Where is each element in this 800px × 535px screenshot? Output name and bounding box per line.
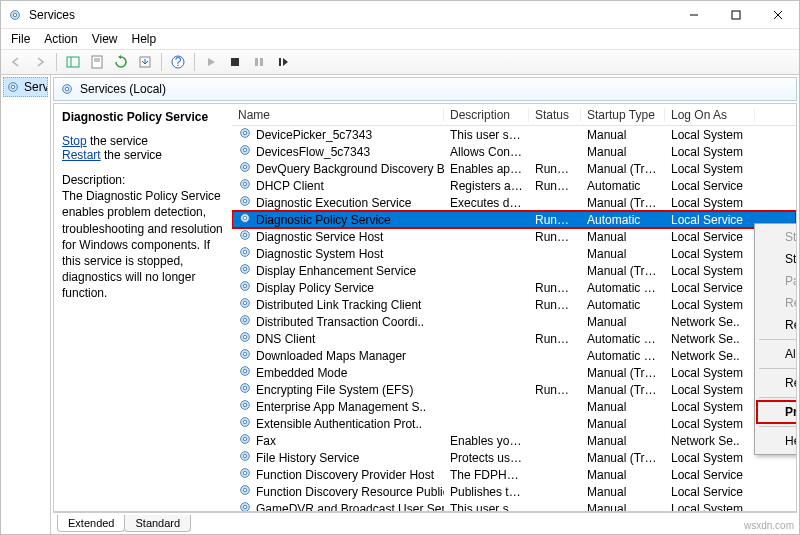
svg-point-49 (243, 352, 247, 356)
gear-icon (238, 296, 252, 313)
restart-link[interactable]: Restart (62, 148, 101, 162)
svg-point-51 (243, 369, 247, 373)
gear-icon (238, 500, 252, 511)
table-row[interactable]: DNS ClientRunningAutomatic (Tri..Network… (232, 330, 796, 347)
ctx-alltasks[interactable]: All Tasks▸ (757, 343, 796, 365)
start-service-button[interactable] (200, 51, 222, 73)
menu-action[interactable]: Action (38, 30, 83, 48)
ctx-restart[interactable]: Restart (757, 314, 796, 336)
service-status: Running (529, 281, 581, 295)
table-row[interactable]: Display Policy ServiceRunningAutomatic (… (232, 279, 796, 296)
col-description[interactable]: Description (444, 108, 529, 122)
col-name[interactable]: Name (232, 108, 444, 122)
table-row[interactable]: Diagnostic System HostManualLocal System (232, 245, 796, 262)
ctx-refresh[interactable]: Refresh (757, 372, 796, 394)
tab-extended[interactable]: Extended (57, 515, 125, 532)
table-row[interactable]: DHCP ClientRegisters and u..RunningAutom… (232, 177, 796, 194)
service-name: DHCP Client (256, 179, 324, 193)
svg-point-43 (243, 301, 247, 305)
toolbar-sep (161, 53, 162, 71)
gear-icon (238, 143, 252, 160)
gear-icon (238, 449, 252, 466)
service-status: Running (529, 162, 581, 176)
service-startup: Manual (581, 468, 665, 482)
restart-suffix: the service (101, 148, 162, 162)
service-desc: Registers and u.. (444, 179, 529, 193)
tab-standard[interactable]: Standard (124, 515, 191, 532)
service-status: Running (529, 213, 581, 227)
service-startup: Manual (581, 247, 665, 261)
table-row[interactable]: Diagnostic Policy ServiceRunningAutomati… (232, 211, 796, 228)
col-logon[interactable]: Log On As (665, 108, 755, 122)
ctx-properties[interactable]: Properties (757, 401, 796, 423)
stop-link[interactable]: Stop (62, 134, 87, 148)
restart-service-button[interactable] (272, 51, 294, 73)
service-status: Running (529, 383, 581, 397)
table-row[interactable]: Function Discovery Provider HostThe FDPH… (232, 466, 796, 483)
table-row[interactable]: Distributed Link Tracking ClientRunningA… (232, 296, 796, 313)
table-row[interactable]: Embedded ModeManual (Trigg..Local System (232, 364, 796, 381)
toolbar-sep (194, 53, 195, 71)
svg-point-31 (243, 199, 247, 203)
close-button[interactable] (757, 1, 799, 28)
service-startup: Automatic (De.. (581, 349, 665, 363)
menu-view[interactable]: View (86, 30, 124, 48)
table-row[interactable]: Display Enhancement ServiceManual (Trigg… (232, 262, 796, 279)
col-status[interactable]: Status (529, 108, 581, 122)
help-button[interactable]: ? (167, 51, 189, 73)
gear-icon (238, 126, 252, 143)
service-name: DevicesFlow_5c7343 (256, 145, 370, 159)
service-desc: Protects user fil.. (444, 451, 529, 465)
service-logon: Local Service (665, 281, 755, 295)
refresh-button[interactable] (110, 51, 132, 73)
stop-service-button[interactable] (224, 51, 246, 73)
table-row[interactable]: DevQuery Background Discovery BrokerEnab… (232, 160, 796, 177)
svg-point-25 (243, 148, 247, 152)
pause-service-button[interactable] (248, 51, 270, 73)
ctx-stop[interactable]: Stop (757, 248, 796, 270)
back-button[interactable] (5, 51, 27, 73)
body: Services (Local Services (Local) Diagnos… (1, 75, 799, 534)
gear-icon (238, 330, 252, 347)
menu-file[interactable]: File (5, 30, 36, 48)
maximize-button[interactable] (715, 1, 757, 28)
service-startup: Manual (Trigg.. (581, 162, 665, 176)
ctx-help[interactable]: Help (757, 430, 796, 452)
svg-rect-6 (67, 57, 79, 67)
service-desc: Executes diagn.. (444, 196, 529, 210)
table-row[interactable]: Enterprise App Management S..ManualLocal… (232, 398, 796, 415)
svg-rect-14 (231, 58, 239, 66)
service-status: Running (529, 298, 581, 312)
table-row[interactable]: File History ServiceProtects user fil..M… (232, 449, 796, 466)
service-startup: Automatic (581, 298, 665, 312)
export-button[interactable] (134, 51, 156, 73)
properties-button[interactable] (86, 51, 108, 73)
service-startup: Manual (581, 315, 665, 329)
svg-point-59 (243, 437, 247, 441)
menu-help[interactable]: Help (126, 30, 163, 48)
table-row[interactable]: FaxEnables you to ..ManualNetwork Se.. (232, 432, 796, 449)
service-logon: Local Service (665, 179, 755, 193)
table-row[interactable]: Diagnostic Service HostRunningManualLoca… (232, 228, 796, 245)
table-row[interactable]: Function Discovery Resource PublicationP… (232, 483, 796, 500)
col-startup[interactable]: Startup Type (581, 108, 665, 122)
forward-button[interactable] (29, 51, 51, 73)
context-menu-sep (759, 397, 796, 398)
service-logon: Local System (665, 162, 755, 176)
detail-desc-label: Description: (62, 172, 224, 188)
table-row[interactable]: DevicePicker_5c7343This user servic..Man… (232, 126, 796, 143)
services-window: Services File Action View Help ? (0, 0, 800, 535)
minimize-button[interactable] (673, 1, 715, 28)
table-row[interactable]: Distributed Transaction Coordi..ManualNe… (232, 313, 796, 330)
table-row[interactable]: Diagnostic Execution ServiceExecutes dia… (232, 194, 796, 211)
table-row[interactable]: DevicesFlow_5c7343Allows Connect..Manual… (232, 143, 796, 160)
table-row[interactable]: GameDVR and Broadcast User Service_5c73.… (232, 500, 796, 511)
service-list[interactable]: Name Description Status Startup Type Log… (232, 104, 796, 511)
show-hide-tree-button[interactable] (62, 51, 84, 73)
content-header: Services (Local) (53, 77, 797, 101)
table-row[interactable]: Extensible Authentication Prot..ManualLo… (232, 415, 796, 432)
gear-icon (238, 381, 252, 398)
table-row[interactable]: Downloaded Maps ManagerAutomatic (De..Ne… (232, 347, 796, 364)
table-row[interactable]: Encrypting File System (EFS)RunningManua… (232, 381, 796, 398)
nav-services-local[interactable]: Services (Local (3, 77, 48, 97)
